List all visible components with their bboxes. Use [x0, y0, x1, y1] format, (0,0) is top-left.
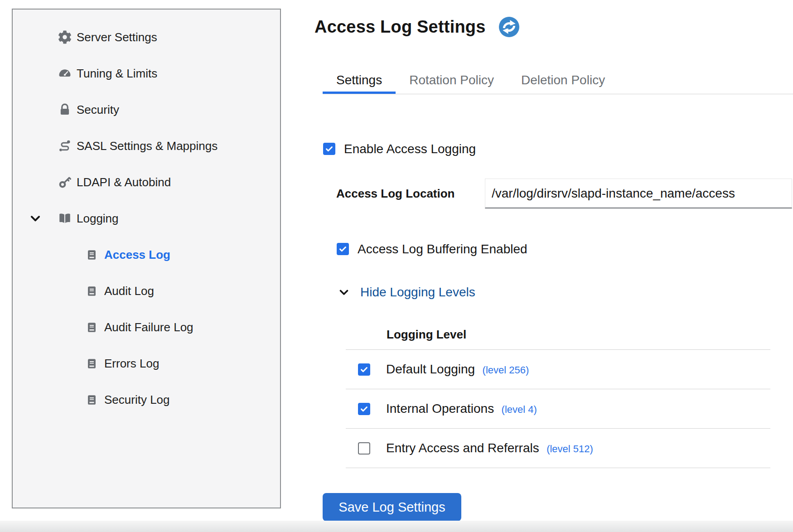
sidebar-item-tuning-limits[interactable]: Tuning & Limits: [13, 55, 280, 92]
sidebar-item-label: Server Settings: [77, 30, 157, 44]
access-log-buffering-checkbox[interactable]: [337, 243, 349, 255]
chevron-down-icon[interactable]: [29, 213, 41, 224]
sidebar-item-label: Access Log: [104, 248, 170, 262]
sidebar-item-logging[interactable]: Logging: [13, 200, 280, 237]
logging-levels-table: Logging Level Default Logging (level 256…: [346, 319, 770, 468]
access-log-location-input[interactable]: [485, 179, 792, 208]
book-open-icon: [58, 212, 72, 225]
log-book-icon: [86, 249, 98, 261]
log-book-icon: [86, 394, 98, 406]
sidebar-item-audit-failure-log[interactable]: Audit Failure Log: [13, 309, 280, 345]
log-settings-tabs: Settings Rotation Policy Deletion Policy: [323, 66, 793, 94]
entry-access-referrals-checkbox[interactable]: [358, 442, 370, 455]
logging-level-label: Default Logging: [386, 362, 475, 376]
tab-deletion-policy[interactable]: Deletion Policy: [508, 66, 619, 94]
chevron-spacer: [29, 31, 41, 43]
sidebar-item-label: Tuning & Limits: [77, 67, 157, 81]
sidebar-item-security[interactable]: Security: [13, 92, 280, 128]
sidebar-item-label: LDAPI & Autobind: [77, 175, 171, 189]
nav-list: Server Settings Tuning & Limits Security…: [13, 19, 280, 418]
key-icon: [58, 175, 72, 189]
navigation-sidebar: Server Settings Tuning & Limits Security…: [12, 9, 281, 508]
tachometer-icon: [58, 67, 72, 80]
access-log-location-label: Access Log Location: [336, 187, 485, 201]
sidebar-item-label: Security: [77, 103, 119, 117]
enable-access-logging-checkbox[interactable]: [323, 143, 335, 155]
page-header: Access Log Settings: [314, 15, 520, 39]
access-log-buffering-row: Access Log Buffering Enabled: [337, 242, 527, 256]
table-row: Entry Access and Referrals (level 512): [346, 429, 770, 468]
chevron-spacer: [29, 104, 41, 116]
table-row: Internal Operations (level 4): [346, 389, 770, 429]
sidebar-item-label: Audit Log: [104, 284, 154, 298]
logging-level-column-header: Logging Level: [346, 319, 770, 350]
tab-settings[interactable]: Settings: [323, 66, 396, 94]
gear-icon: [58, 30, 72, 44]
logging-level-label: Entry Access and Referrals: [386, 441, 539, 455]
log-book-icon: [86, 321, 98, 334]
sidebar-item-label: Security Log: [104, 393, 170, 407]
sidebar-item-ldapi-autobind[interactable]: LDAPI & Autobind: [13, 164, 280, 200]
route-icon: [58, 139, 72, 153]
chevron-down-icon: [338, 287, 349, 298]
refresh-icon[interactable]: [498, 16, 520, 38]
sidebar-item-errors-log[interactable]: Errors Log: [13, 345, 280, 382]
logging-level-label: Internal Operations: [386, 401, 494, 416]
sidebar-item-security-log[interactable]: Security Log: [13, 382, 280, 418]
sidebar-item-server-settings[interactable]: Server Settings: [13, 19, 280, 55]
enable-access-logging-label: Enable Access Logging: [344, 142, 476, 156]
internal-operations-checkbox[interactable]: [358, 403, 370, 415]
enable-access-logging-row: Enable Access Logging: [323, 142, 476, 156]
log-book-icon: [86, 285, 98, 297]
page-bottom-band: [0, 521, 793, 532]
hide-logging-levels-link: Hide Logging Levels: [360, 285, 475, 300]
access-log-buffering-label: Access Log Buffering Enabled: [358, 242, 527, 256]
table-row: Default Logging (level 256): [346, 350, 770, 389]
page-title: Access Log Settings: [314, 17, 486, 37]
sidebar-item-label: Audit Failure Log: [104, 320, 193, 334]
lock-icon: [58, 103, 72, 116]
default-logging-checkbox[interactable]: [358, 363, 370, 376]
sidebar-item-access-log[interactable]: Access Log: [13, 237, 280, 273]
sidebar-item-label: Errors Log: [104, 357, 159, 371]
logging-level-value: (level 4): [502, 404, 537, 415]
logging-level-value: (level 256): [483, 364, 529, 376]
sidebar-item-label: Logging: [77, 212, 119, 226]
sidebar-item-audit-log[interactable]: Audit Log: [13, 273, 280, 309]
chevron-spacer: [29, 68, 41, 79]
log-book-icon: [86, 358, 98, 370]
tab-rotation-policy[interactable]: Rotation Policy: [396, 66, 508, 94]
access-log-location-row: Access Log Location: [336, 179, 792, 208]
sidebar-item-label: SASL Settings & Mappings: [77, 139, 218, 153]
save-log-settings-button[interactable]: Save Log Settings: [323, 493, 461, 521]
logging-level-value: (level 512): [546, 443, 593, 455]
chevron-spacer: [29, 176, 41, 188]
logging-levels-toggle[interactable]: Hide Logging Levels: [338, 284, 475, 300]
chevron-spacer: [29, 140, 41, 152]
sidebar-item-sasl[interactable]: SASL Settings & Mappings: [13, 128, 280, 164]
